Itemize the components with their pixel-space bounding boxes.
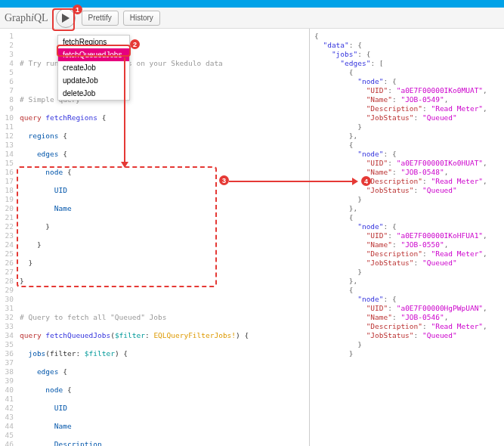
line-gutter: 1234567891011121314151617181920212223242…	[0, 29, 17, 446]
dropdown-item-updatejob[interactable]: updateJob	[58, 74, 129, 87]
history-button[interactable]: History	[123, 11, 160, 26]
dropdown-item-createjob[interactable]: createJob	[58, 61, 129, 74]
app-brand: GraphiQL	[5, 12, 48, 24]
result-viewer[interactable]: { "data": { "jobs": { "edges": [ { "node…	[310, 29, 504, 446]
annotation-badge-1: 1	[73, 5, 82, 14]
annotation-box-menuitem	[57, 45, 131, 57]
annotation-arrow-2	[229, 181, 354, 182]
annotation-box-play	[52, 8, 75, 31]
annotation-badge-2: 2	[130, 39, 140, 49]
dropdown-item-deletejob[interactable]: deleteJob	[58, 87, 129, 100]
annotation-arrowhead-2	[352, 178, 358, 185]
annotation-badge-4: 4	[361, 176, 371, 186]
comment: # Query to fetch all "Queued" Jobs	[20, 313, 166, 321]
annotation-badge-3: 3	[219, 175, 229, 185]
annotation-arrow-1	[124, 57, 125, 163]
prettify-button[interactable]: Prettify	[82, 11, 119, 26]
annotation-box-query	[17, 166, 217, 287]
